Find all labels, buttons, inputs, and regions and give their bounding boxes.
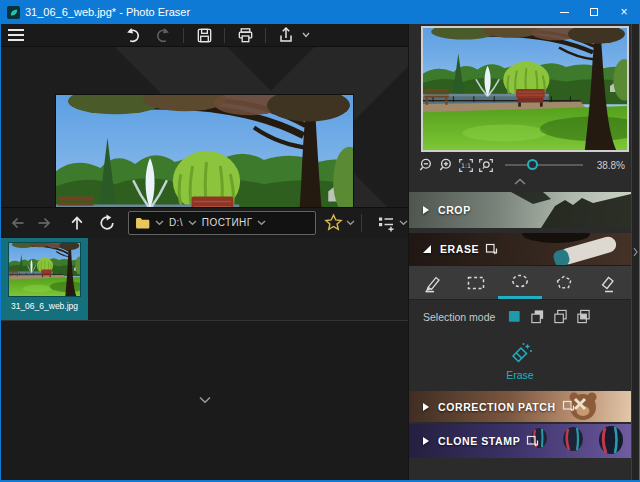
redo-icon bbox=[154, 26, 173, 45]
navigator-preview[interactable] bbox=[421, 26, 629, 152]
applied-indicator-icon bbox=[485, 243, 498, 256]
section-correction-patch[interactable]: CORRECTION PATCH bbox=[409, 391, 631, 422]
folder-icon bbox=[135, 217, 150, 229]
eraser-tool-icon bbox=[596, 272, 618, 294]
chevron-down-icon[interactable] bbox=[257, 220, 266, 226]
minimize-icon bbox=[560, 12, 569, 13]
back-button[interactable] bbox=[5, 210, 31, 236]
breadcrumb-drive[interactable]: D:\ bbox=[169, 217, 183, 228]
chevron-down-icon[interactable] bbox=[346, 220, 355, 226]
window-title: 31_06_6_web.jpg* - Photo Eraser bbox=[25, 6, 190, 18]
subtract-selection-icon bbox=[553, 309, 568, 324]
section-crop-label: CROP bbox=[438, 204, 471, 216]
filmstrip-collapse-bar[interactable] bbox=[1, 320, 408, 481]
expand-arrow-icon bbox=[423, 206, 429, 214]
crop-hands-artwork bbox=[481, 192, 631, 228]
zoom-in-icon bbox=[438, 157, 455, 174]
breadcrumb-folder[interactable]: ПОСТИНГ bbox=[202, 217, 253, 228]
fit-to-screen-icon bbox=[477, 157, 495, 174]
close-button[interactable]: × bbox=[609, 0, 639, 24]
save-button[interactable] bbox=[193, 24, 215, 46]
redo-button[interactable] bbox=[152, 24, 174, 46]
section-erase[interactable]: ERASE bbox=[409, 233, 631, 265]
app-window: 31_06_6_web.jpg* - Photo Eraser × bbox=[0, 0, 640, 482]
marker-brush-icon bbox=[422, 272, 444, 294]
lasso-select-icon bbox=[509, 270, 531, 292]
up-icon bbox=[67, 213, 87, 233]
erase-button[interactable]: Erase bbox=[409, 333, 631, 389]
chevron-down-icon[interactable] bbox=[399, 220, 408, 226]
refresh-button[interactable] bbox=[94, 210, 120, 236]
panel-expand-handle[interactable] bbox=[631, 24, 639, 480]
erase-button-icon bbox=[507, 341, 533, 367]
polygon-select-icon bbox=[553, 272, 575, 294]
marker-brush-tool[interactable] bbox=[411, 266, 455, 299]
add-selection-icon bbox=[530, 309, 545, 324]
titlebar[interactable]: 31_06_6_web.jpg* - Photo Eraser × bbox=[1, 0, 639, 24]
undo-button[interactable] bbox=[121, 24, 143, 46]
share-icon bbox=[276, 25, 296, 45]
view-options-icon[interactable] bbox=[376, 213, 396, 233]
erase-tools-row bbox=[409, 265, 631, 299]
section-clone-stamp[interactable]: CLONE STAMP bbox=[409, 424, 631, 458]
editor-canvas[interactable] bbox=[1, 47, 408, 207]
zoom-in-button[interactable] bbox=[437, 156, 455, 174]
actual-size-button[interactable]: 1:1 bbox=[457, 156, 475, 174]
section-correction-patch-label: CORRECTION PATCH bbox=[438, 401, 556, 413]
chevron-down-icon[interactable] bbox=[188, 220, 197, 226]
minimize-button[interactable] bbox=[549, 0, 579, 24]
forward-button[interactable] bbox=[31, 210, 57, 236]
app-logo-icon bbox=[7, 6, 20, 19]
menu-button[interactable] bbox=[1, 24, 31, 47]
new-selection-icon bbox=[507, 309, 522, 324]
zoom-slider[interactable] bbox=[505, 156, 583, 174]
photo-image[interactable] bbox=[56, 95, 353, 207]
applied-indicator-icon bbox=[526, 435, 539, 448]
add-selection-button[interactable] bbox=[529, 309, 545, 325]
intersect-selection-icon bbox=[576, 309, 591, 324]
selection-mode-row: Selection mode bbox=[409, 299, 631, 333]
collapse-preview-chevron-icon bbox=[514, 178, 526, 185]
zoom-slider-handle[interactable] bbox=[527, 159, 538, 170]
zoom-out-icon bbox=[418, 157, 435, 174]
preview-collapse-button[interactable] bbox=[409, 178, 631, 190]
zoom-controls: 1:1 38 bbox=[409, 152, 631, 178]
maximize-icon bbox=[590, 8, 598, 16]
fit-to-screen-button[interactable] bbox=[477, 156, 495, 174]
new-selection-button[interactable] bbox=[506, 309, 522, 325]
chevron-down-icon[interactable] bbox=[155, 220, 164, 226]
applied-indicator-icon bbox=[562, 400, 575, 413]
print-button[interactable] bbox=[234, 24, 256, 46]
share-button[interactable] bbox=[275, 24, 297, 46]
collapse-filmstrip-chevron-icon bbox=[198, 396, 212, 404]
zoom-out-button[interactable] bbox=[417, 156, 435, 174]
selection-mode-label: Selection mode bbox=[423, 311, 495, 323]
rect-select-tool[interactable] bbox=[455, 266, 499, 299]
refresh-icon bbox=[97, 213, 117, 233]
intersect-selection-button[interactable] bbox=[575, 309, 591, 325]
menu-icon bbox=[8, 29, 24, 31]
breadcrumb[interactable]: D:\ ПОСТИНГ bbox=[128, 211, 316, 235]
maximize-button[interactable] bbox=[579, 0, 609, 24]
up-folder-button[interactable] bbox=[64, 210, 90, 236]
tools-panel: 1:1 38 bbox=[408, 24, 639, 480]
eraser-tool[interactable] bbox=[585, 266, 629, 299]
erase-artwork bbox=[501, 233, 631, 265]
expand-panel-chevron-icon bbox=[632, 245, 639, 259]
close-icon: × bbox=[620, 6, 627, 18]
expand-arrow-icon bbox=[423, 403, 429, 411]
polygon-select-tool[interactable] bbox=[542, 266, 586, 299]
section-erase-label: ERASE bbox=[440, 243, 479, 255]
back-icon bbox=[8, 213, 28, 233]
share-dropdown-chevron-icon[interactable] bbox=[302, 32, 310, 38]
filmstrip: 31_06_6_web.jpg bbox=[1, 238, 408, 320]
favorites-star-icon[interactable] bbox=[324, 213, 343, 232]
lasso-select-tool[interactable] bbox=[498, 266, 542, 299]
thumbnail-item-selected[interactable]: 31_06_6_web.jpg bbox=[1, 238, 88, 320]
expand-arrow-icon bbox=[423, 437, 429, 445]
svg-text:1:1: 1:1 bbox=[461, 161, 471, 168]
section-crop[interactable]: CROP bbox=[409, 192, 631, 228]
section-clone-stamp-label: CLONE STAMP bbox=[438, 435, 520, 447]
save-icon bbox=[195, 26, 214, 45]
subtract-selection-button[interactable] bbox=[552, 309, 568, 325]
